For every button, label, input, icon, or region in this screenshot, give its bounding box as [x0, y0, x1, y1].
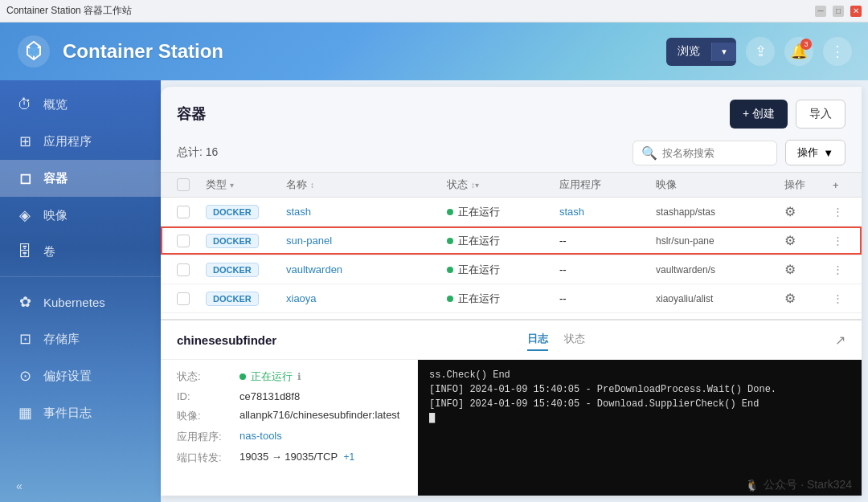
share-button[interactable]: ⇪	[746, 37, 775, 66]
row-type: DOCKER	[206, 292, 286, 306]
search-box[interactable]: 🔍	[633, 141, 777, 165]
id-row: ID: ce78131d8f8	[177, 390, 401, 402]
gear-icon[interactable]: ⚙	[784, 292, 796, 305]
window-controls[interactable]: ─ □ ✕	[815, 6, 862, 17]
sidebar-item-preferences[interactable]: ⊙ 偏好设置	[0, 357, 161, 394]
id-value: ce78131d8f8	[240, 390, 300, 402]
row-select-checkbox[interactable]	[177, 235, 190, 247]
table-row[interactable]: DOCKER vaultwarden 正在运行 -- vaultwarden/s…	[161, 255, 862, 284]
sidebar-item-eventlog[interactable]: ▦ 事件日志	[0, 394, 161, 431]
table-row[interactable]: DOCKER sun-panel 正在运行 -- hslr/sun-pane ⚙…	[161, 227, 862, 255]
search-icon: 🔍	[641, 145, 657, 161]
containers-icon: ◻	[16, 169, 34, 187]
row-select-checkbox[interactable]	[177, 292, 190, 305]
image-label: 映像	[656, 178, 677, 192]
browse-dropdown-arrow[interactable]: ▼	[711, 43, 736, 61]
table-row[interactable]: DOCKER xiaoya 正在运行 -- xiaoyaliu/alist ⚙ …	[161, 284, 862, 313]
close-button[interactable]: ✕	[850, 6, 862, 17]
sidebar-item-overview[interactable]: ⏱ 概览	[0, 87, 161, 123]
status-filter-icon[interactable]: ↕▾	[471, 181, 479, 190]
import-button[interactable]: 导入	[796, 100, 845, 129]
container-name-link[interactable]: vaultwarden	[286, 263, 342, 275]
more-dots-icon: ⋮	[830, 43, 845, 60]
info-icon[interactable]: ℹ	[297, 371, 301, 382]
app-container: Container Station 浏览 ▼ ⇪ 🔔 3 ⋮ ⏱ 概览	[0, 22, 868, 502]
id-label: ID:	[177, 390, 233, 402]
table-row[interactable]: DOCKER xiaoyakeeper 正在运行 -- dockerproxy.…	[161, 313, 862, 319]
row-checkbox[interactable]	[177, 263, 206, 276]
image-text: hslr/sun-pane	[656, 235, 714, 247]
row-status: 正在运行	[447, 263, 559, 277]
header-checkbox[interactable]	[177, 178, 206, 192]
action-button-label: 操作	[797, 145, 818, 160]
terminal-panel: ss.Check() End[INFO] 2024-01-09 15:40:05…	[418, 360, 862, 496]
maximize-button[interactable]: □	[833, 6, 844, 17]
name-sort-icon[interactable]: ↕	[310, 181, 314, 190]
watermark: 🐧 公众号 · Stark324	[745, 478, 852, 492]
browse-button[interactable]: 浏览 ▼	[666, 38, 736, 66]
row-select-checkbox[interactable]	[177, 206, 190, 218]
more-menu-button[interactable]: ⋮	[823, 37, 852, 66]
sidebar-item-apps[interactable]: ⊞ 应用程序	[0, 123, 161, 160]
image-value: allanpk716/chinesesubfinder:latest	[240, 409, 399, 423]
sidebar-item-storage-label: 存储库	[43, 332, 80, 347]
gear-icon[interactable]: ⚙	[784, 263, 796, 276]
header-extra: +	[833, 178, 857, 192]
row-select-checkbox[interactable]	[177, 263, 190, 276]
more-icon[interactable]: ⋮	[833, 292, 843, 304]
table-row[interactable]: DOCKER stash 正在运行 stash stashapp/stas ⚙ …	[161, 198, 862, 227]
sidebar-item-kubernetes[interactable]: ✿ Kubernetes	[0, 284, 161, 320]
header-logo: Container Station	[16, 34, 223, 69]
app-link[interactable]: stash	[559, 206, 584, 218]
more-icon[interactable]: ⋮	[833, 235, 843, 247]
sidebar-item-storage[interactable]: ⊡ 存储库	[0, 320, 161, 357]
plus-icon: +	[833, 179, 839, 191]
sidebar-item-images-label: 映像	[43, 208, 68, 223]
tab-status[interactable]: 状态	[564, 329, 585, 351]
more-icon[interactable]: ⋮	[833, 263, 843, 275]
app-value[interactable]: nas-tools	[240, 430, 282, 444]
search-input[interactable]	[662, 147, 775, 159]
row-actions: ⚙	[784, 291, 833, 306]
share-icon: ⇪	[755, 43, 767, 60]
app-link: --	[559, 235, 567, 247]
gear-icon[interactable]: ⚙	[784, 234, 796, 247]
row-checkbox[interactable]	[177, 292, 206, 305]
select-all-checkbox[interactable]	[177, 178, 190, 191]
container-name-link[interactable]: sun-panel	[286, 235, 332, 247]
row-status: 正在运行	[447, 234, 559, 248]
notification-button[interactable]: 🔔 3	[784, 37, 813, 66]
app-link: --	[559, 263, 567, 275]
gear-icon[interactable]: ⚙	[784, 205, 796, 218]
image-text: stashapp/stas	[656, 206, 715, 218]
row-name: vaultwarden	[286, 263, 447, 275]
status-text: 正在运行	[458, 205, 500, 219]
sidebar-item-containers-label: 容器	[43, 171, 68, 186]
create-button[interactable]: + 创建	[730, 100, 788, 129]
row-app: --	[559, 292, 656, 304]
image-row: 映像: allanpk716/chinesesubfinder:latest	[177, 409, 401, 423]
sidebar-item-volumes[interactable]: 🗄 卷	[0, 234, 161, 270]
detail-container-name: chinesesubfinder	[177, 333, 276, 347]
apps-icon: ⊞	[16, 133, 34, 150]
type-filter-icon[interactable]: ▾	[230, 181, 234, 190]
row-image: hslr/sun-pane	[656, 235, 784, 247]
port-extra[interactable]: +1	[344, 451, 355, 463]
row-name: stash	[286, 206, 447, 218]
row-checkbox[interactable]	[177, 206, 206, 218]
more-icon[interactable]: ⋮	[833, 206, 843, 218]
export-button[interactable]: ↗	[835, 333, 845, 348]
minimize-button[interactable]: ─	[815, 6, 826, 17]
sidebar-item-containers[interactable]: ◻ 容器	[0, 160, 161, 197]
status-dot	[447, 238, 453, 244]
container-name-link[interactable]: xiaoya	[286, 292, 317, 304]
sidebar-collapse-button[interactable]: «	[0, 470, 161, 502]
row-name: sun-panel	[286, 235, 447, 247]
action-dropdown-button[interactable]: 操作 ▼	[785, 140, 845, 165]
tab-logs[interactable]: 日志	[527, 329, 548, 351]
type-badge: DOCKER	[206, 292, 259, 306]
row-checkbox[interactable]	[177, 235, 206, 247]
sidebar-item-images[interactable]: ◈ 映像	[0, 197, 161, 234]
type-badge: DOCKER	[206, 205, 259, 219]
container-name-link[interactable]: stash	[286, 206, 311, 218]
